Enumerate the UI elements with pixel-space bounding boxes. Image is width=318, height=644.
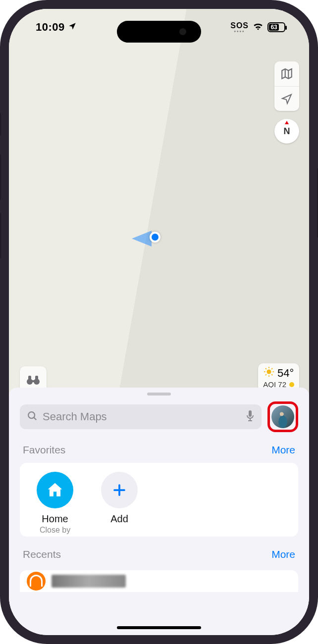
sun-icon	[264, 366, 274, 380]
profile-button[interactable]	[271, 405, 294, 428]
favorites-more-button[interactable]: More	[271, 444, 295, 456]
svg-line-15	[34, 418, 37, 420]
map-canvas[interactable]: N 54° AQI 72	[9, 9, 309, 405]
tracking-button[interactable]	[274, 86, 299, 111]
svg-rect-2	[31, 380, 35, 382]
svg-point-5	[266, 369, 271, 374]
wifi-icon	[253, 22, 264, 33]
favorite-label: Home	[42, 513, 68, 525]
svg-line-8	[265, 368, 266, 369]
search-placeholder: Search Maps	[43, 410, 241, 423]
favorite-add[interactable]: Add	[97, 472, 142, 535]
battery-percentage: 63	[269, 24, 279, 31]
svg-rect-4	[35, 376, 38, 380]
search-input[interactable]: Search Maps	[20, 404, 262, 429]
map-mode-button[interactable]	[274, 61, 299, 86]
favorites-title: Favorites	[23, 444, 65, 456]
sheet-grabber[interactable]	[147, 393, 171, 396]
weather-temp: 54°	[277, 367, 294, 380]
status-time: 10:09	[36, 21, 65, 34]
recents-category-icon	[27, 572, 46, 591]
recents-item[interactable]	[20, 570, 298, 592]
favorite-sublabel: Close by	[40, 526, 70, 535]
svg-line-9	[271, 374, 272, 375]
recents-redacted-text	[52, 575, 126, 588]
dynamic-island	[117, 21, 201, 43]
search-sheet[interactable]: Search Maps Favorites More	[9, 388, 309, 635]
dictation-icon[interactable]	[246, 410, 255, 424]
compass-label: N	[284, 126, 290, 137]
svg-line-13	[271, 368, 272, 369]
status-sos-dots: ••••	[234, 30, 245, 33]
svg-rect-3	[28, 376, 31, 380]
favorite-label: Add	[110, 513, 128, 525]
compass-button[interactable]: N	[274, 119, 299, 144]
home-icon	[37, 472, 73, 508]
svg-point-14	[28, 412, 35, 418]
aqi-indicator-icon	[289, 382, 294, 387]
search-icon	[27, 410, 38, 423]
favorites-card: Home Close by Add	[20, 463, 298, 537]
battery-icon: 63	[267, 22, 285, 32]
recents-more-button[interactable]: More	[271, 548, 295, 560]
recents-title: Recents	[23, 548, 61, 560]
svg-line-12	[265, 374, 266, 375]
map-mode-controls	[274, 61, 299, 111]
home-indicator[interactable]	[117, 626, 201, 629]
favorite-home[interactable]: Home Close by	[33, 472, 77, 535]
svg-rect-16	[249, 410, 252, 417]
profile-button-highlight	[267, 401, 298, 432]
current-location-marker[interactable]	[139, 227, 166, 247]
location-services-icon	[68, 21, 77, 34]
plus-icon	[101, 472, 138, 508]
